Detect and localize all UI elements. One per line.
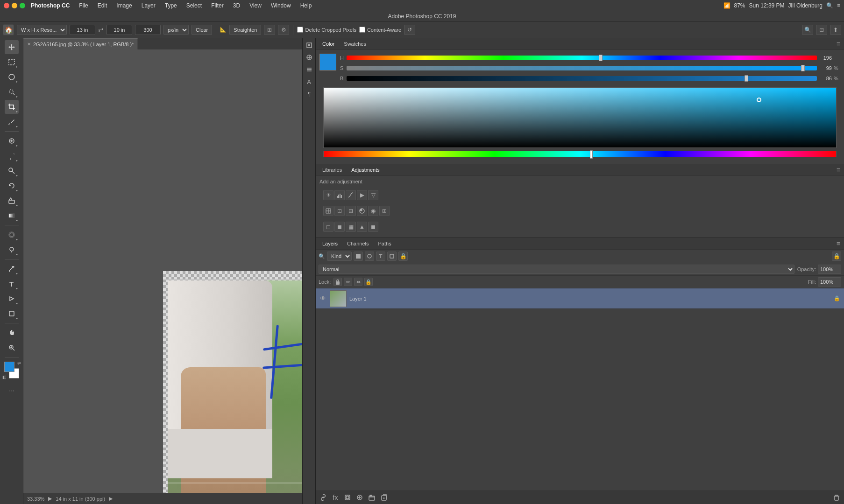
height-input[interactable] — [106, 25, 132, 35]
status-arrow-2[interactable]: ▶ — [109, 496, 113, 502]
lock-all-icon[interactable]: 🔒 — [364, 278, 373, 286]
foreground-color-swatch[interactable] — [4, 362, 14, 372]
close-tab-icon[interactable]: ✕ — [27, 42, 31, 47]
posterize-icon[interactable]: ◼ — [334, 222, 345, 232]
lock-position-icon[interactable]: ✏ — [344, 278, 352, 286]
layer-kind-filter[interactable]: Kind — [327, 252, 352, 261]
color-lookup-icon[interactable]: ⊞ — [379, 206, 390, 216]
zoom-tool[interactable] — [5, 341, 19, 355]
layer-item[interactable]: 👁 Layer 1 🔒 — [316, 288, 844, 309]
blend-mode-select[interactable]: Normal — [319, 265, 794, 274]
layer-visibility-toggle[interactable]: 👁 — [319, 294, 327, 303]
gradient-map-icon[interactable]: ▲ — [357, 222, 367, 232]
resolution-input[interactable] — [135, 25, 161, 35]
menu-image[interactable]: Image — [113, 1, 135, 10]
content-aware-checkbox[interactable] — [359, 27, 365, 33]
link-layers-btn[interactable] — [319, 493, 328, 502]
history-brush-tool[interactable]: ▸ — [5, 179, 19, 193]
gradient-tool[interactable]: ▸ — [5, 209, 19, 223]
hue-sat-icon[interactable] — [323, 206, 333, 216]
delete-cropped-label[interactable]: Delete Cropped Pixels — [297, 27, 356, 33]
menu-window[interactable]: Window — [267, 1, 295, 10]
lock-artboards-icon[interactable]: ⇔ — [354, 278, 362, 286]
close-button[interactable] — [4, 3, 9, 8]
layout-icon[interactable]: ⊟ — [816, 25, 827, 35]
delete-cropped-checkbox[interactable] — [297, 27, 303, 33]
fill-input[interactable] — [818, 277, 841, 287]
dodge-tool[interactable]: ▸ — [5, 243, 19, 257]
document-tab[interactable]: ✕ 2G2A5165.jpg @ 33.3% ( Layer 1, RGB/8 … — [23, 38, 138, 49]
toggle-filter-icon[interactable]: 🔒 — [832, 252, 841, 261]
menu-file[interactable]: File — [75, 1, 92, 10]
eyedropper-tool[interactable]: ▸ — [5, 115, 19, 129]
saturation-slider[interactable] — [347, 66, 817, 70]
search-top-icon[interactable]: 🔍 — [802, 25, 813, 35]
more-tools-button[interactable]: ··· — [5, 384, 19, 398]
invert-icon[interactable]: ◻ — [323, 222, 333, 232]
path-select-tool[interactable]: ▸ — [5, 292, 19, 306]
type-tool[interactable]: T ▸ — [5, 277, 19, 291]
current-color-swatch[interactable] — [319, 54, 336, 70]
delete-layer-btn[interactable] — [832, 493, 841, 502]
menu-type[interactable]: Type — [161, 1, 181, 10]
color-spectrum[interactable] — [323, 87, 837, 148]
color-swatches[interactable]: ⇄ ◧ — [3, 362, 20, 378]
filter-adjustment-icon[interactable] — [365, 252, 374, 261]
rotate-icon[interactable]: ↺ — [404, 25, 415, 35]
channel-mixer-icon[interactable]: ◉ — [368, 206, 378, 216]
menu-icon[interactable]: ≡ — [837, 2, 840, 9]
resolution-unit-select[interactable]: px/in — [163, 25, 189, 35]
layers-panel-menu[interactable]: ≡ — [837, 240, 840, 247]
crop-tool[interactable]: ▸ — [5, 100, 19, 114]
width-input[interactable] — [70, 25, 95, 35]
brightness-slider[interactable] — [347, 76, 817, 81]
minimize-button[interactable] — [12, 3, 17, 8]
opacity-input[interactable] — [818, 265, 841, 274]
filter-pixel-icon[interactable] — [354, 252, 363, 261]
swatches-tab[interactable]: Swatches — [341, 40, 369, 48]
vibrance-icon[interactable]: ▽ — [368, 190, 378, 200]
rt-btn-1[interactable] — [304, 40, 314, 50]
home-button[interactable]: 🏠 — [3, 24, 14, 35]
channels-tab[interactable]: Channels — [344, 240, 371, 247]
create-group-btn[interactable] — [367, 493, 376, 502]
exposure-icon[interactable]: ▶ — [357, 190, 367, 200]
search-icon[interactable]: 🔍 — [826, 2, 833, 9]
straighten-icon[interactable]: 📐 — [220, 27, 227, 33]
status-arrow[interactable]: ▶ — [48, 496, 52, 502]
layers-tab[interactable]: Layers — [319, 240, 340, 247]
filter-shape-icon[interactable] — [387, 252, 397, 261]
curves-icon[interactable] — [346, 190, 356, 200]
spectrum-cursor[interactable] — [757, 98, 761, 102]
selective-color-icon[interactable]: ◼ — [368, 222, 378, 232]
shape-tool[interactable]: ▸ — [5, 307, 19, 321]
rt-btn-5[interactable]: ¶ — [304, 89, 314, 99]
eraser-tool[interactable]: ▸ — [5, 194, 19, 208]
levels-icon[interactable] — [334, 190, 345, 200]
create-layer-btn[interactable] — [379, 493, 389, 502]
move-tool[interactable] — [5, 40, 19, 54]
hue-slider[interactable] — [347, 56, 817, 60]
rt-btn-2[interactable] — [304, 52, 314, 63]
filter-type-icon[interactable]: T — [376, 252, 385, 261]
threshold-icon[interactable]: ▦ — [346, 222, 356, 232]
adjustments-panel-menu[interactable]: ≡ — [837, 166, 840, 174]
add-mask-btn[interactable] — [343, 493, 352, 502]
color-balance-icon[interactable]: ⊡ — [334, 206, 345, 216]
filter-smartobj-icon[interactable]: 🔒 — [398, 252, 408, 261]
share-icon[interactable]: ⬆ — [830, 25, 841, 35]
lock-pixels-icon[interactable] — [333, 278, 342, 286]
hue-bar-thumb[interactable] — [590, 150, 593, 159]
color-tab[interactable]: Color — [319, 40, 337, 48]
menu-layer[interactable]: Layer — [138, 1, 159, 10]
menu-view[interactable]: View — [246, 1, 265, 10]
swap-dimensions-icon[interactable]: ⇄ — [98, 26, 104, 34]
brightness-contrast-icon[interactable]: ☀ — [323, 190, 333, 200]
size-preset-select[interactable]: W x H x Reso... — [17, 25, 67, 35]
saturation-thumb[interactable] — [801, 65, 805, 71]
hue-thumb[interactable] — [599, 55, 603, 61]
color-panel-menu[interactable]: ≡ — [837, 40, 840, 48]
create-adjustment-btn[interactable] — [355, 493, 364, 502]
grid-button[interactable]: ⊞ — [264, 25, 275, 35]
menu-help[interactable]: Help — [297, 1, 316, 10]
